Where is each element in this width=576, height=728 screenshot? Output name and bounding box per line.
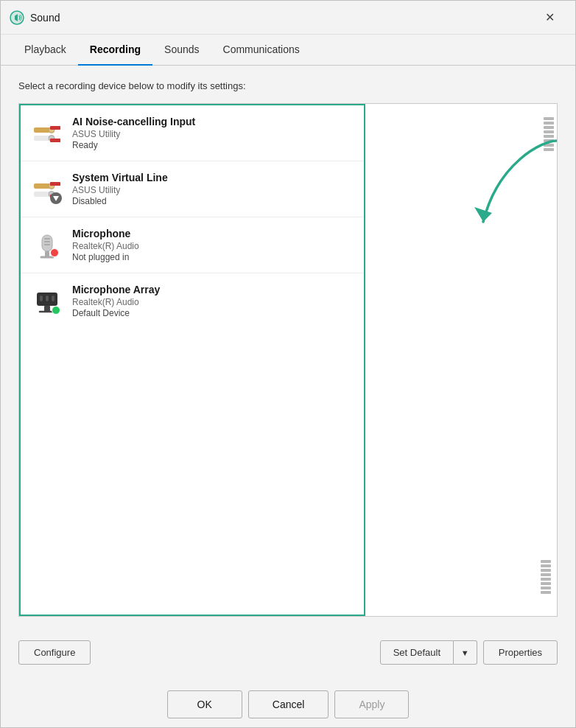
teal-arrow bbox=[424, 133, 558, 253]
device-vendor: Realtek(R) Audio bbox=[72, 241, 352, 251]
tab-content: Select a recording device below to modif… bbox=[1, 66, 575, 631]
device-status: Not plugged in bbox=[72, 252, 352, 262]
instruction-text: Select a recording device below to modif… bbox=[18, 80, 558, 91]
device-icon-microphone bbox=[32, 231, 62, 260]
svg-rect-29 bbox=[52, 295, 55, 301]
svg-rect-10 bbox=[34, 183, 50, 189]
set-default-group: Set Default ▼ Properties bbox=[380, 640, 558, 665]
device-item[interactable]: AI Noise-cancelling Input ASUS Utility R… bbox=[21, 105, 364, 161]
device-name: Microphone Array bbox=[72, 284, 352, 295]
ok-cancel-row: OK Cancel Apply bbox=[18, 690, 558, 718]
scrollbar-bottom bbox=[541, 560, 551, 594]
title-bar: Sound ✕ bbox=[1, 1, 575, 35]
svg-rect-22 bbox=[42, 235, 52, 251]
svg-rect-24 bbox=[44, 241, 50, 242]
device-vendor: Realtek(R) Audio bbox=[72, 297, 352, 307]
tab-recording[interactable]: Recording bbox=[78, 35, 152, 66]
device-status: Disabled bbox=[72, 196, 352, 206]
svg-rect-11 bbox=[34, 192, 50, 197]
svg-rect-3 bbox=[34, 136, 50, 141]
device-icon-system-virtual bbox=[32, 175, 62, 204]
ok-button[interactable]: OK bbox=[167, 690, 242, 718]
cancel-button[interactable]: Cancel bbox=[248, 690, 329, 718]
svg-marker-32 bbox=[474, 207, 492, 222]
svg-rect-27 bbox=[40, 295, 43, 301]
tab-playback[interactable]: Playback bbox=[13, 35, 78, 66]
tab-bar: Playback Recording Sounds Communications bbox=[1, 35, 575, 66]
device-item[interactable]: Microphone Array Realtek(R) Audio Defaul… bbox=[21, 273, 364, 329]
device-name: Microphone bbox=[72, 228, 352, 239]
tab-sounds[interactable]: Sounds bbox=[152, 35, 211, 66]
device-status: Default Device bbox=[72, 308, 352, 318]
device-status: Ready bbox=[72, 140, 352, 150]
device-item[interactable]: Microphone Realtek(R) Audio Not plugged … bbox=[21, 217, 364, 273]
tab-communications[interactable]: Communications bbox=[211, 35, 312, 66]
device-name: AI Noise-cancelling Input bbox=[72, 116, 352, 127]
device-info: System Virtual Line ASUS Utility Disable… bbox=[72, 172, 352, 206]
device-icon-ai-noise bbox=[32, 119, 62, 148]
svg-rect-23 bbox=[44, 238, 50, 239]
device-info: Microphone Realtek(R) Audio Not plugged … bbox=[72, 228, 352, 262]
sound-window: Sound ✕ Playback Recording Sounds Commun… bbox=[0, 0, 576, 728]
window-title: Sound bbox=[30, 12, 533, 24]
device-vendor: ASUS Utility bbox=[72, 129, 352, 139]
sound-icon bbox=[10, 10, 24, 25]
device-list: AI Noise-cancelling Input ASUS Utility R… bbox=[19, 104, 365, 616]
set-default-dropdown[interactable]: ▼ bbox=[454, 640, 477, 665]
device-info: Microphone Array Realtek(R) Audio Defaul… bbox=[72, 284, 352, 318]
footer: Configure Set Default ▼ Properties OK Ca… bbox=[1, 631, 575, 727]
set-default-button[interactable]: Set Default bbox=[380, 640, 454, 665]
status-indicator-green bbox=[52, 306, 60, 315]
device-name: System Virtual Line bbox=[72, 172, 352, 183]
svg-rect-25 bbox=[44, 244, 50, 245]
device-info: AI Noise-cancelling Input ASUS Utility R… bbox=[72, 116, 352, 150]
properties-button[interactable]: Properties bbox=[483, 640, 558, 665]
device-item[interactable]: System Virtual Line ASUS Utility Disable… bbox=[21, 161, 364, 217]
device-area: AI Noise-cancelling Input ASUS Utility R… bbox=[18, 103, 558, 617]
right-area bbox=[365, 104, 557, 616]
action-buttons-row: Configure Set Default ▼ Properties bbox=[18, 640, 558, 665]
svg-rect-2 bbox=[34, 127, 50, 133]
device-icon-mic-array bbox=[32, 287, 62, 316]
configure-button[interactable]: Configure bbox=[18, 640, 91, 665]
svg-rect-28 bbox=[46, 295, 49, 301]
device-vendor: ASUS Utility bbox=[72, 185, 352, 195]
close-button[interactable]: ✕ bbox=[533, 6, 566, 29]
status-indicator bbox=[50, 248, 59, 257]
apply-button[interactable]: Apply bbox=[334, 690, 409, 718]
